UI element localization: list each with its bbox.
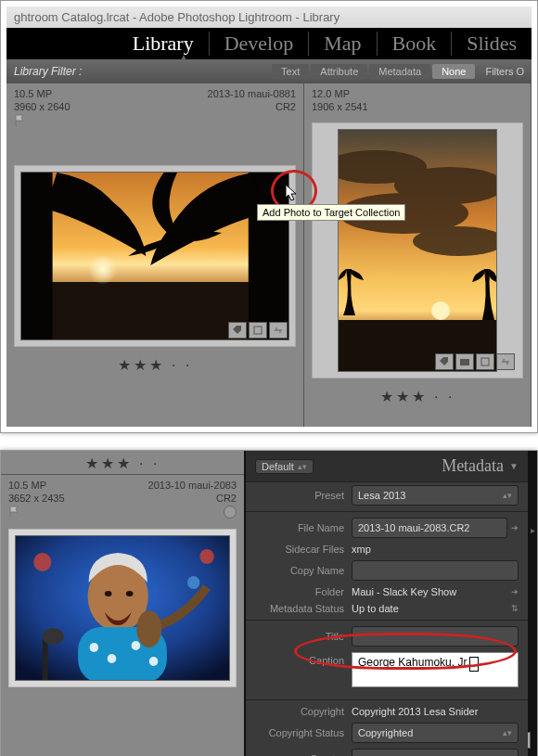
thumb-filename: 2013-10 maui-2083 bbox=[148, 480, 237, 491]
filter-metadata[interactable]: Metadata bbox=[369, 64, 430, 79]
metadata-status-value: Up to date bbox=[352, 603, 507, 614]
flag-icon[interactable] bbox=[8, 506, 21, 519]
collapse-icon[interactable]: ▼ bbox=[509, 461, 519, 471]
module-book[interactable]: Book bbox=[377, 32, 452, 56]
sidecar-value: xmp bbox=[352, 544, 519, 555]
svg-rect-3 bbox=[21, 173, 53, 340]
library-filter-bar: Library Filter : Text Attribute Metadata… bbox=[6, 59, 532, 83]
svg-point-24 bbox=[108, 654, 117, 663]
filter-label: Library Filter : bbox=[14, 65, 82, 78]
photo-palm-sunset bbox=[21, 173, 288, 340]
caption-field[interactable]: George Kahumoku, Jr. bbox=[352, 652, 519, 687]
svg-rect-5 bbox=[254, 327, 262, 334]
filter-text[interactable]: Text bbox=[272, 64, 309, 79]
copyname-label: Copy Name bbox=[255, 565, 352, 576]
svg-rect-28 bbox=[43, 638, 48, 680]
svg-point-26 bbox=[149, 657, 159, 666]
photo-musician bbox=[16, 536, 229, 680]
svg-point-16 bbox=[33, 553, 51, 571]
copyright-status-label: Copyright Status bbox=[255, 727, 352, 738]
svg-point-25 bbox=[132, 641, 141, 650]
thumb-extension: CR2 bbox=[275, 101, 296, 112]
goto-icon[interactable]: ➜ bbox=[511, 523, 519, 532]
keywords-badge-icon[interactable] bbox=[435, 353, 454, 370]
preset-select[interactable]: Lesa 2013▴▾ bbox=[352, 485, 519, 506]
copyright-status-select[interactable]: Copyrighted▴▾ bbox=[352, 723, 519, 743]
thumbnail[interactable] bbox=[8, 529, 237, 687]
creator-field[interactable] bbox=[352, 749, 519, 756]
filter-none[interactable]: None bbox=[432, 64, 475, 79]
grid-view[interactable]: 10.5 MP 2013-10 maui-0881 3960 x 2640 CR… bbox=[6, 83, 532, 427]
filename-label: File Name bbox=[255, 522, 352, 533]
tooltip: Add Photo to Target Collection bbox=[257, 204, 405, 221]
svg-rect-14 bbox=[481, 358, 489, 365]
metadata-set-select[interactable]: Default▴▾ bbox=[255, 459, 314, 474]
thumb-dimensions: 3652 x 2435 bbox=[8, 493, 65, 504]
module-library[interactable]: Library bbox=[118, 32, 209, 56]
module-map[interactable]: Map bbox=[308, 32, 376, 56]
folder-label: Folder bbox=[255, 586, 352, 597]
metadata-panel: Default▴▾ Metadata▼ Preset Lesa 2013▴▾ F… bbox=[244, 451, 528, 756]
thumb-megapixels: 10.5 MP bbox=[8, 480, 46, 491]
thumbnail[interactable] bbox=[14, 165, 296, 347]
thumb-dimensions: 1906 x 2541 bbox=[312, 101, 368, 112]
thumbnail[interactable] bbox=[312, 122, 523, 378]
svg-point-11 bbox=[431, 301, 450, 320]
filters-off[interactable]: Filters O bbox=[485, 66, 524, 77]
crop-badge-icon[interactable] bbox=[476, 353, 494, 370]
svg-point-27 bbox=[136, 610, 161, 647]
panel-title[interactable]: Metadata▼ bbox=[442, 456, 519, 476]
crop-badge-icon[interactable] bbox=[249, 322, 267, 339]
panel-toggle-icon[interactable]: ▲ bbox=[179, 52, 188, 62]
metadata-status-label: Metadata Status bbox=[255, 603, 352, 614]
target-collection-dot-icon[interactable] bbox=[224, 506, 237, 519]
folder-value: Maui - Slack Key Show bbox=[352, 586, 507, 597]
thumb-megapixels: 10.5 MP bbox=[14, 88, 52, 99]
svg-point-18 bbox=[187, 576, 199, 589]
collection-badge-icon[interactable] bbox=[455, 353, 474, 370]
svg-rect-13 bbox=[460, 359, 469, 365]
keywords-badge-icon[interactable] bbox=[228, 322, 247, 339]
copyright-label: Copyright bbox=[255, 706, 352, 717]
right-panel-edge[interactable]: ▸ bbox=[528, 451, 537, 756]
copyname-field[interactable] bbox=[352, 560, 519, 581]
filename-field[interactable]: 2013-10 maui-2083.CR2 bbox=[352, 518, 507, 538]
sidecar-label: Sidecar Files bbox=[255, 544, 352, 555]
thumb-dimensions: 3960 x 2640 bbox=[14, 101, 70, 112]
develop-badge-icon[interactable] bbox=[269, 322, 288, 339]
svg-point-20 bbox=[105, 591, 112, 596]
title-label: Title bbox=[255, 631, 352, 642]
expand-icon[interactable]: ▸ bbox=[528, 525, 537, 535]
resolve-icon[interactable]: ⇅ bbox=[511, 604, 519, 613]
copyright-value[interactable]: Copyright 2013 Lesa Snider bbox=[352, 706, 519, 717]
module-slideshow[interactable]: Slides bbox=[451, 32, 532, 56]
thumb-filename: 2013-10 maui-0881 bbox=[208, 88, 296, 99]
thumb-megapixels: 12.0 MP bbox=[312, 88, 350, 99]
module-develop[interactable]: Develop bbox=[209, 32, 309, 56]
svg-point-23 bbox=[90, 643, 99, 652]
module-picker: ▲ Library Develop Map Book Slides bbox=[6, 28, 532, 59]
grid-cell[interactable]: 10.5 MP 2013-10 maui-0881 3960 x 2640 CR… bbox=[6, 83, 304, 427]
flag-icon[interactable] bbox=[14, 114, 27, 127]
svg-point-17 bbox=[199, 549, 213, 564]
caption-label: Caption bbox=[255, 652, 352, 666]
rating-stars[interactable]: ★★★ · · bbox=[6, 352, 303, 376]
window-title: ghtroom Catalog.lrcat - Adobe Photoshop … bbox=[6, 6, 532, 28]
text-cursor-icon bbox=[469, 657, 479, 672]
preset-label: Preset bbox=[255, 490, 352, 501]
thumb-extension: CR2 bbox=[216, 493, 237, 504]
rating-stars[interactable]: ★★★ · · bbox=[304, 384, 531, 407]
photo-clouds-sunset bbox=[339, 130, 496, 371]
rating-stars[interactable]: ★★★ · · bbox=[1, 451, 244, 475]
develop-badge-icon[interactable] bbox=[496, 353, 515, 370]
grid-cell[interactable]: 12.0 MP 1906 x 2541 bbox=[304, 83, 532, 427]
svg-point-21 bbox=[126, 591, 134, 596]
filter-attribute[interactable]: Attribute bbox=[311, 64, 367, 79]
title-field[interactable] bbox=[352, 626, 519, 647]
goto-icon[interactable]: ➜ bbox=[511, 587, 519, 596]
cursor-icon bbox=[285, 184, 300, 205]
svg-point-29 bbox=[43, 628, 64, 645]
